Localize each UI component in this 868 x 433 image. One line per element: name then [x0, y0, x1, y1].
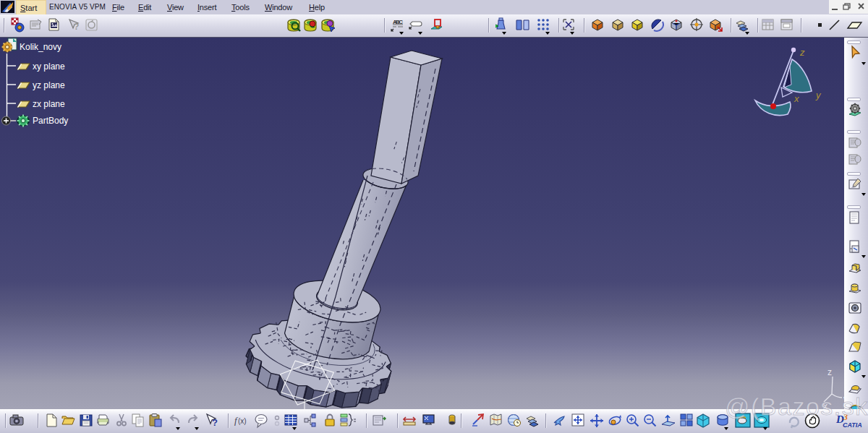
svg-text:(x): (x) — [238, 417, 247, 425]
svg-text:z: z — [799, 47, 805, 58]
svg-text:x: x — [793, 93, 799, 104]
svg-text:?: ? — [74, 22, 79, 32]
svg-text:y: y — [815, 90, 822, 100]
svg-text:?: ? — [212, 417, 218, 428]
svg-text:z: z — [827, 367, 832, 377]
svg-text:CATIA: CATIA — [843, 421, 862, 429]
